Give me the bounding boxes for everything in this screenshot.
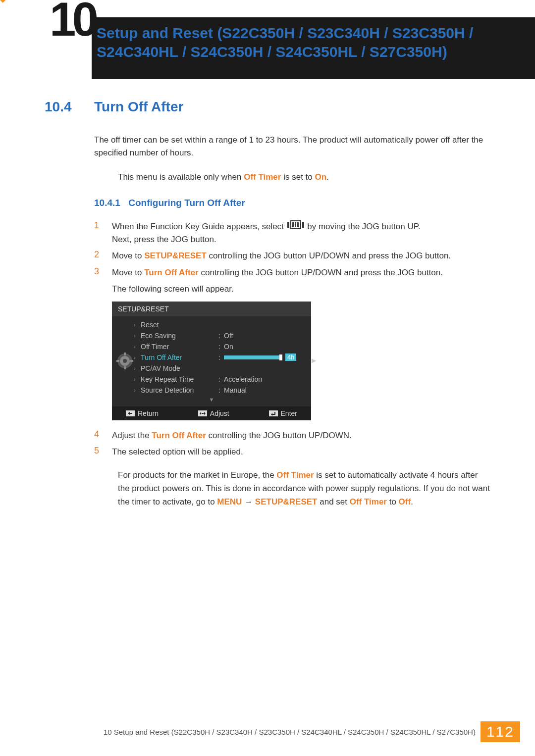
step-number-3: 3 (94, 266, 112, 279)
step-3-cont: The following screen will appear. (112, 283, 490, 296)
osd-screenshot: SETUP&RESET ▶ ›Reset ›Eco Saving:Off ›Of… (112, 302, 311, 420)
svg-rect-23 (274, 412, 275, 414)
svg-rect-4 (295, 222, 296, 227)
nav-down-icon: ▼ (112, 396, 311, 403)
svg-rect-19 (202, 413, 204, 414)
step-number-1: 1 (94, 220, 112, 246)
step-number-4: 4 (94, 429, 112, 442)
menu-icon (287, 220, 304, 233)
step-3-text: Move to Turn Off After controlling the J… (112, 266, 443, 279)
availability-note: This menu is available only when Off Tim… (118, 171, 490, 184)
step-number-5: 5 (94, 446, 112, 458)
step-1-text: When the Function Key Guide appears, sel… (112, 220, 421, 246)
subsection-number: 10.4.1 (94, 198, 120, 208)
osd-return: Return (126, 409, 159, 417)
chapter-number: 10 (50, 5, 95, 34)
step-number-2: 2 (94, 250, 112, 262)
section-intro: The off timer can be set within a range … (94, 134, 490, 159)
section-number: 10.4 (45, 99, 94, 115)
enter-icon (269, 410, 278, 416)
osd-enter: Enter (269, 409, 297, 417)
svg-rect-1 (302, 222, 304, 228)
step-5-text: The selected option will be applied. (112, 446, 243, 458)
osd-header: SETUP&RESET (112, 302, 311, 316)
osd-adjust: Adjust (198, 409, 229, 417)
return-icon (126, 410, 135, 416)
arrow-right-icon: → (244, 497, 253, 506)
svg-rect-0 (287, 222, 289, 228)
svg-rect-3 (292, 222, 294, 227)
nav-right-icon: ▶ (312, 357, 316, 364)
subsection-title: Configuring Turn Off After (128, 198, 245, 208)
svg-rect-20 (269, 410, 278, 416)
step-4-text: Adjust the Turn Off After controlling th… (112, 429, 352, 442)
svg-rect-5 (297, 222, 299, 227)
chapter-title: Setup and Reset (S22C350H / S23C340H / S… (97, 24, 490, 61)
europe-note: For products for the market in Europe, t… (118, 468, 490, 509)
svg-rect-15 (130, 413, 132, 414)
page-number: 112 (481, 721, 520, 742)
section-title: Turn Off After (94, 99, 183, 115)
osd-active-row: ›Turn Off After:4h (112, 352, 311, 363)
adjust-icon (198, 410, 207, 416)
footer-breadcrumb: 10 Setup and Reset (S22C350H / S23C340H … (104, 728, 476, 736)
step-2-text: Move to SETUP&RESET controlling the JOG … (112, 250, 451, 262)
